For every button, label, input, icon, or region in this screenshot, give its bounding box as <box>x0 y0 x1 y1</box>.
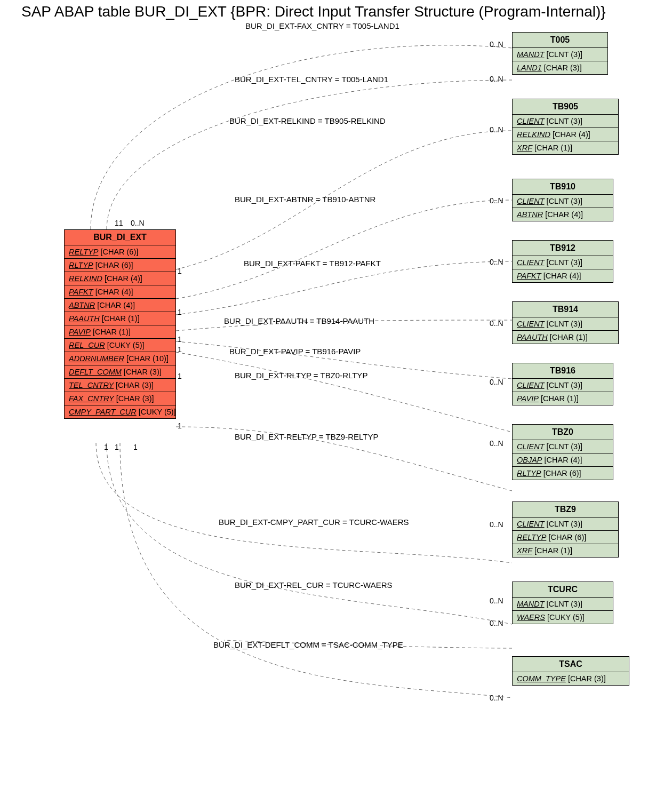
cardinality: 1 <box>133 443 138 451</box>
entity-tb914: TB914 CLIENT [CLNT (3)] PAAUTH [CHAR (1)… <box>512 301 619 344</box>
field-row: CLIENT [CLNT (3)] <box>513 115 618 128</box>
relation-label: BUR_DI_EXT-TEL_CNTRY = T005-LAND1 <box>235 75 388 84</box>
relation-label: BUR_DI_EXT-RELKIND = TB905-RELKIND <box>229 116 386 125</box>
entity-tsac: TSAC COMM_TYPE [CHAR (3)] <box>512 656 629 686</box>
entity-bur-di-ext: BUR_DI_EXT RELTYP [CHAR (6)] RLTYP [CHAR… <box>64 229 176 419</box>
field-row: ADDRNUMBER [CHAR (10)] <box>65 352 175 365</box>
relation-label: BUR_DI_EXT-REL_CUR = TCURC-WAERS <box>235 580 392 590</box>
cardinality: 0..N <box>490 258 503 266</box>
field-row: ABTNR [CHAR (4)] <box>65 299 175 312</box>
cardinality: 0..N <box>131 219 145 227</box>
cardinality: 0..N <box>490 40 503 49</box>
field-row: OBJAP [CHAR (4)] <box>513 453 613 467</box>
relation-label: BUR_DI_EXT-PAFKT = TB912-PAFKT <box>244 259 381 268</box>
cardinality: 0..N <box>490 596 503 605</box>
field-row: TEL_CNTRY [CHAR (3)] <box>65 379 175 392</box>
cardinality: 0..N <box>490 619 503 627</box>
entity-header: TB912 <box>513 241 613 256</box>
field-row: CLIENT [CLNT (3)] <box>513 518 618 531</box>
field-row: REL_CUR [CUKY (5)] <box>65 339 175 352</box>
cardinality: 0..N <box>490 378 503 386</box>
field-row: CLIENT [CLNT (3)] <box>513 317 618 331</box>
field-row: CLIENT [CLNT (3)] <box>513 256 613 269</box>
entity-header: T005 <box>513 33 607 48</box>
relation-label: BUR_DI_EXT-ABTNR = TB910-ABTNR <box>235 195 375 204</box>
entity-tcurc: TCURC MANDT [CLNT (3)] WAERS [CUKY (5)] <box>512 582 613 624</box>
relation-label: BUR_DI_EXT-DEFLT_COMM = TSAC-COMM_TYPE <box>213 640 403 649</box>
entity-header: TBZ9 <box>513 502 618 518</box>
field-row: DEFLT_COMM [CHAR (3)] <box>65 365 175 379</box>
cardinality: 0..N <box>490 75 503 83</box>
field-row: RELTYP [CHAR (6)] <box>65 245 175 259</box>
field-row: RELKIND [CHAR (4)] <box>513 128 618 141</box>
entity-tb910: TB910 CLIENT [CLNT (3)] ABTNR [CHAR (4)] <box>512 179 613 221</box>
field-row: COMM_TYPE [CHAR (3)] <box>513 672 629 685</box>
field-row: CLIENT [CLNT (3)] <box>513 379 613 392</box>
relation-label: BUR_DI_EXT-PAAUTH = TB914-PAAUTH <box>224 316 374 325</box>
field-row: PAFKT [CHAR (4)] <box>65 285 175 299</box>
field-row: WAERS [CUKY (5)] <box>513 611 613 624</box>
entity-tb905: TB905 CLIENT [CLNT (3)] RELKIND [CHAR (4… <box>512 99 619 155</box>
entity-header: TCURC <box>513 582 613 598</box>
cardinality: 1 <box>178 335 182 344</box>
relation-label: BUR_DI_EXT-FAX_CNTRY = T005-LAND1 <box>245 21 399 30</box>
entity-tb916: TB916 CLIENT [CLNT (3)] PAVIP [CHAR (1)] <box>512 363 613 405</box>
entity-tb912: TB912 CLIENT [CLNT (3)] PAFKT [CHAR (4)] <box>512 240 613 283</box>
entity-header: TB916 <box>513 363 613 379</box>
cardinality: 1 <box>178 267 182 275</box>
cardinality: 0..N <box>490 196 503 205</box>
cardinality: 1 <box>178 308 182 316</box>
cardinality: 0..N <box>490 319 503 328</box>
field-row: MANDT [CLNT (3)] <box>513 598 613 611</box>
relation-label: BUR_DI_EXT-RLTYP = TBZ0-RLTYP <box>235 371 367 380</box>
field-row: RELTYP [CHAR (6)] <box>513 531 618 544</box>
field-row: RLTYP [CHAR (6)] <box>65 259 175 272</box>
cardinality: 0..N <box>490 694 503 702</box>
diagram-title: SAP ABAP table BUR_DI_EXT {BPR: Direct I… <box>21 3 606 20</box>
field-row: XRF [CHAR (1)] <box>513 141 618 154</box>
cardinality: 1 <box>178 372 182 380</box>
entity-header: BUR_DI_EXT <box>65 230 175 245</box>
cardinality: 11 <box>115 219 123 227</box>
entity-header: TB914 <box>513 302 618 317</box>
field-row: PAFKT [CHAR (4)] <box>513 269 613 282</box>
field-row: PAVIP [CHAR (1)] <box>513 392 613 405</box>
entity-t005: T005 MANDT [CLNT (3)] LAND1 [CHAR (3)] <box>512 32 608 75</box>
entity-tbz9: TBZ9 CLIENT [CLNT (3)] RELTYP [CHAR (6)]… <box>512 501 619 558</box>
entity-tbz0: TBZ0 CLIENT [CLNT (3)] OBJAP [CHAR (4)] … <box>512 424 613 480</box>
cardinality: 0..N <box>490 520 503 529</box>
field-row: RELKIND [CHAR (4)] <box>65 272 175 285</box>
relation-label: BUR_DI_EXT-RELTYP = TBZ9-RELTYP <box>235 432 378 441</box>
relation-label: BUR_DI_EXT-CMPY_PART_CUR = TCURC-WAERS <box>219 518 409 527</box>
field-row: PAAUTH [CHAR (1)] <box>513 331 618 344</box>
field-row: XRF [CHAR (1)] <box>513 544 618 557</box>
cardinality: 1 <box>178 345 182 354</box>
field-row: PAVIP [CHAR (1)] <box>65 325 175 339</box>
field-row: ABTNR [CHAR (4)] <box>513 208 613 221</box>
relation-label: BUR_DI_EXT-PAVIP = TB916-PAVIP <box>229 347 361 356</box>
cardinality: 0..N <box>490 125 503 134</box>
cardinality: 1 <box>115 443 119 451</box>
er-diagram: SAP ABAP table BUR_DI_EXT {BPR: Direct I… <box>0 0 664 812</box>
field-row: CLIENT [CLNT (3)] <box>513 195 613 208</box>
entity-header: TB905 <box>513 99 618 115</box>
cardinality: 1 <box>178 421 182 430</box>
entity-header: TSAC <box>513 657 629 672</box>
field-row: FAX_CNTRY [CHAR (3)] <box>65 392 175 405</box>
field-row: RLTYP [CHAR (6)] <box>513 467 613 480</box>
field-row: CLIENT [CLNT (3)] <box>513 440 613 453</box>
entity-header: TB910 <box>513 179 613 195</box>
cardinality: 1 <box>104 443 108 451</box>
field-row: CMPY_PART_CUR [CUKY (5)] <box>65 405 175 418</box>
cardinality: 0..N <box>490 439 503 448</box>
field-row: LAND1 [CHAR (3)] <box>513 61 607 74</box>
field-row: MANDT [CLNT (3)] <box>513 48 607 61</box>
field-row: PAAUTH [CHAR (1)] <box>65 312 175 325</box>
entity-header: TBZ0 <box>513 425 613 440</box>
